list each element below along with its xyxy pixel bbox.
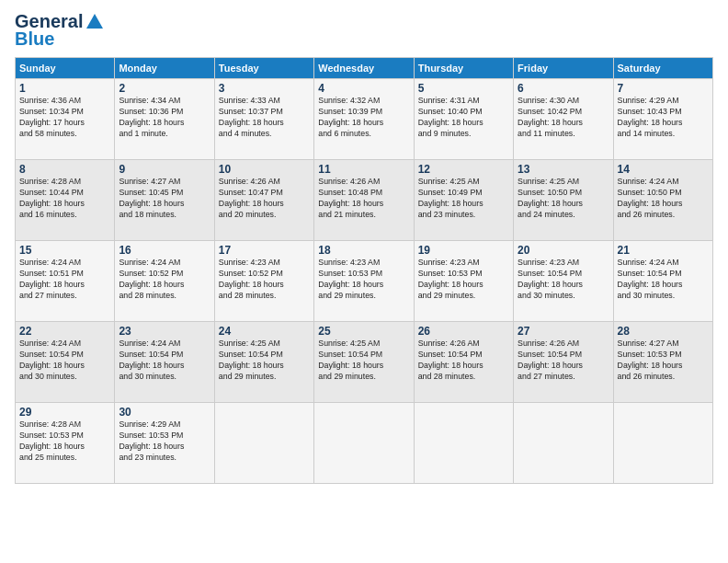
day-info: Sunrise: 4:32 AMSunset: 10:39 PMDaylight… xyxy=(318,96,409,140)
calendar-cell: 5Sunrise: 4:31 AMSunset: 10:40 PMDayligh… xyxy=(414,79,513,160)
day-number: 8 xyxy=(19,163,110,176)
calendar-cell: 30Sunrise: 4:29 AMSunset: 10:53 PMDaylig… xyxy=(115,403,214,484)
day-number: 2 xyxy=(119,82,210,95)
calendar-cell: 9Sunrise: 4:27 AMSunset: 10:45 PMDayligh… xyxy=(115,160,214,241)
calendar-cell: 18Sunrise: 4:23 AMSunset: 10:53 PMDaylig… xyxy=(314,241,414,322)
day-info: Sunrise: 4:23 AMSunset: 10:54 PMDaylight… xyxy=(518,258,609,302)
day-number: 1 xyxy=(19,82,110,95)
day-number: 7 xyxy=(618,82,709,95)
day-number: 16 xyxy=(119,244,210,257)
calendar-cell: 28Sunrise: 4:27 AMSunset: 10:53 PMDaylig… xyxy=(613,322,712,403)
svg-marker-0 xyxy=(86,14,103,29)
calendar-week-row: 22Sunrise: 4:24 AMSunset: 10:54 PMDaylig… xyxy=(16,322,713,403)
day-number: 12 xyxy=(418,163,509,176)
calendar-cell xyxy=(414,403,513,484)
day-info: Sunrise: 4:25 AMSunset: 10:54 PMDaylight… xyxy=(219,339,310,383)
calendar-cell: 24Sunrise: 4:25 AMSunset: 10:54 PMDaylig… xyxy=(214,322,313,403)
calendar-cell xyxy=(613,403,712,484)
calendar-cell: 20Sunrise: 4:23 AMSunset: 10:54 PMDaylig… xyxy=(514,241,613,322)
calendar-cell: 17Sunrise: 4:23 AMSunset: 10:52 PMDaylig… xyxy=(214,241,313,322)
day-number: 9 xyxy=(119,163,210,176)
day-info: Sunrise: 4:26 AMSunset: 10:48 PMDaylight… xyxy=(318,177,409,221)
calendar-cell: 26Sunrise: 4:26 AMSunset: 10:54 PMDaylig… xyxy=(414,322,513,403)
calendar-week-row: 1Sunrise: 4:36 AMSunset: 10:34 PMDayligh… xyxy=(16,79,713,160)
column-header-tuesday: Tuesday xyxy=(214,58,313,79)
column-header-saturday: Saturday xyxy=(613,58,712,79)
day-number: 4 xyxy=(318,82,409,95)
day-number: 22 xyxy=(19,325,110,338)
day-number: 13 xyxy=(518,163,609,176)
day-number: 19 xyxy=(418,244,509,257)
calendar-cell: 15Sunrise: 4:24 AMSunset: 10:51 PMDaylig… xyxy=(16,241,115,322)
column-header-monday: Monday xyxy=(115,58,214,79)
header: General Blue xyxy=(15,11,713,50)
calendar-cell: 14Sunrise: 4:24 AMSunset: 10:50 PMDaylig… xyxy=(613,160,712,241)
day-info: Sunrise: 4:24 AMSunset: 10:50 PMDaylight… xyxy=(618,177,709,221)
calendar-cell: 10Sunrise: 4:26 AMSunset: 10:47 PMDaylig… xyxy=(214,160,313,241)
day-info: Sunrise: 4:25 AMSunset: 10:54 PMDaylight… xyxy=(318,339,409,383)
day-number: 26 xyxy=(418,325,509,338)
day-info: Sunrise: 4:36 AMSunset: 10:34 PMDaylight… xyxy=(19,96,110,140)
calendar-cell: 19Sunrise: 4:23 AMSunset: 10:53 PMDaylig… xyxy=(414,241,513,322)
calendar-week-row: 8Sunrise: 4:28 AMSunset: 10:44 PMDayligh… xyxy=(16,160,713,241)
day-number: 3 xyxy=(219,82,310,95)
calendar-cell: 25Sunrise: 4:25 AMSunset: 10:54 PMDaylig… xyxy=(314,322,414,403)
calendar-cell: 1Sunrise: 4:36 AMSunset: 10:34 PMDayligh… xyxy=(16,79,115,160)
day-number: 21 xyxy=(618,244,709,257)
calendar-week-row: 29Sunrise: 4:28 AMSunset: 10:53 PMDaylig… xyxy=(16,403,713,484)
calendar-cell: 13Sunrise: 4:25 AMSunset: 10:50 PMDaylig… xyxy=(514,160,613,241)
day-number: 27 xyxy=(518,325,609,338)
calendar-cell: 8Sunrise: 4:28 AMSunset: 10:44 PMDayligh… xyxy=(16,160,115,241)
calendar-cell: 23Sunrise: 4:24 AMSunset: 10:54 PMDaylig… xyxy=(115,322,214,403)
calendar-cell: 3Sunrise: 4:33 AMSunset: 10:37 PMDayligh… xyxy=(214,79,313,160)
day-number: 23 xyxy=(119,325,210,338)
day-info: Sunrise: 4:29 AMSunset: 10:53 PMDaylight… xyxy=(119,419,210,464)
calendar-cell: 6Sunrise: 4:30 AMSunset: 10:42 PMDayligh… xyxy=(514,79,613,160)
day-info: Sunrise: 4:23 AMSunset: 10:52 PMDaylight… xyxy=(219,258,310,302)
column-header-wednesday: Wednesday xyxy=(314,58,414,79)
calendar-cell xyxy=(214,403,313,484)
day-info: Sunrise: 4:27 AMSunset: 10:53 PMDaylight… xyxy=(618,339,709,383)
day-info: Sunrise: 4:24 AMSunset: 10:54 PMDaylight… xyxy=(618,258,709,302)
day-info: Sunrise: 4:31 AMSunset: 10:40 PMDaylight… xyxy=(418,96,509,140)
day-info: Sunrise: 4:25 AMSunset: 10:50 PMDaylight… xyxy=(518,177,609,221)
day-number: 24 xyxy=(219,325,310,338)
calendar-table: SundayMondayTuesdayWednesdayThursdayFrid… xyxy=(15,57,713,484)
day-info: Sunrise: 4:30 AMSunset: 10:42 PMDaylight… xyxy=(518,96,609,140)
logo: General Blue xyxy=(15,11,107,50)
calendar-cell: 16Sunrise: 4:24 AMSunset: 10:52 PMDaylig… xyxy=(115,241,214,322)
calendar-cell xyxy=(314,403,414,484)
calendar-week-row: 15Sunrise: 4:24 AMSunset: 10:51 PMDaylig… xyxy=(16,241,713,322)
day-info: Sunrise: 4:24 AMSunset: 10:51 PMDaylight… xyxy=(19,258,110,302)
day-number: 14 xyxy=(618,163,709,176)
calendar-cell: 4Sunrise: 4:32 AMSunset: 10:39 PMDayligh… xyxy=(314,79,414,160)
logo-blue-label: Blue xyxy=(15,29,54,50)
day-info: Sunrise: 4:25 AMSunset: 10:49 PMDaylight… xyxy=(418,177,509,221)
calendar-cell: 11Sunrise: 4:26 AMSunset: 10:48 PMDaylig… xyxy=(314,160,414,241)
day-number: 29 xyxy=(19,406,110,419)
day-info: Sunrise: 4:34 AMSunset: 10:36 PMDaylight… xyxy=(119,96,210,140)
day-number: 30 xyxy=(119,406,210,419)
day-info: Sunrise: 4:29 AMSunset: 10:43 PMDaylight… xyxy=(618,96,709,140)
calendar-cell: 27Sunrise: 4:26 AMSunset: 10:54 PMDaylig… xyxy=(514,322,613,403)
calendar-cell: 29Sunrise: 4:28 AMSunset: 10:53 PMDaylig… xyxy=(16,403,115,484)
calendar-cell: 7Sunrise: 4:29 AMSunset: 10:43 PMDayligh… xyxy=(613,79,712,160)
day-info: Sunrise: 4:24 AMSunset: 10:52 PMDaylight… xyxy=(119,258,210,302)
day-info: Sunrise: 4:28 AMSunset: 10:53 PMDaylight… xyxy=(19,419,110,464)
day-number: 6 xyxy=(518,82,609,95)
day-info: Sunrise: 4:28 AMSunset: 10:44 PMDaylight… xyxy=(19,177,110,221)
day-number: 17 xyxy=(219,244,310,257)
day-info: Sunrise: 4:26 AMSunset: 10:54 PMDaylight… xyxy=(518,339,609,383)
calendar-header-row: SundayMondayTuesdayWednesdayThursdayFrid… xyxy=(16,58,713,79)
day-info: Sunrise: 4:23 AMSunset: 10:53 PMDaylight… xyxy=(418,258,509,302)
day-number: 18 xyxy=(318,244,409,257)
day-info: Sunrise: 4:26 AMSunset: 10:54 PMDaylight… xyxy=(418,339,509,383)
column-header-sunday: Sunday xyxy=(16,58,115,79)
calendar-cell xyxy=(514,403,613,484)
day-number: 10 xyxy=(219,163,310,176)
day-number: 28 xyxy=(618,325,709,338)
calendar-cell: 21Sunrise: 4:24 AMSunset: 10:54 PMDaylig… xyxy=(613,241,712,322)
day-info: Sunrise: 4:33 AMSunset: 10:37 PMDaylight… xyxy=(219,96,310,140)
page: General Blue SundayMondayTuesdayWednesda… xyxy=(0,0,728,563)
calendar-cell: 12Sunrise: 4:25 AMSunset: 10:49 PMDaylig… xyxy=(414,160,513,241)
